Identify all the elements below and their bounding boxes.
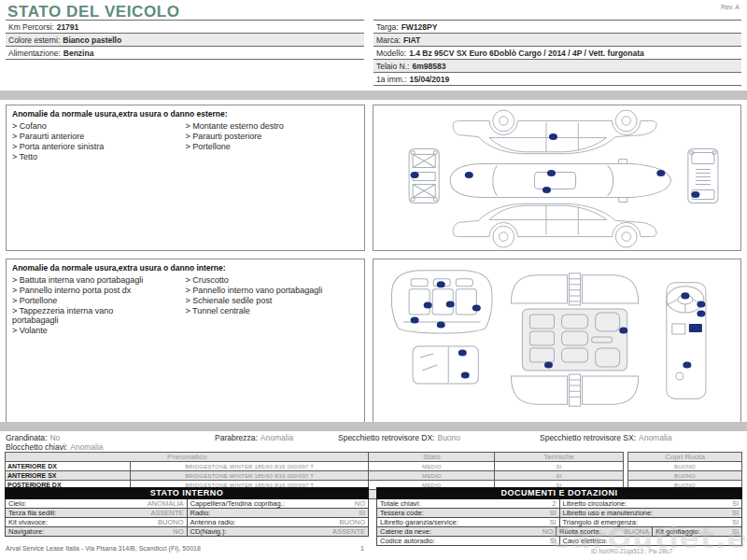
info-label: Targa: [376,22,399,32]
documenti-row: Totale chiavi:2 Libretto circolazione:SI [376,499,742,509]
field-value: ASSENTE [332,527,365,536]
anomaly-item: > Battuta interna vano portabagagli [12,275,152,285]
interior-anomalies-header: Anomalie da normale usura,extra usura o … [12,263,359,273]
stato-interno-row: Terza fila sedili:ASSENTE Radio:SI [5,509,369,518]
copri-ruota-header-row: Copri Ruota [628,453,742,462]
documenti-row: Tessera code:SI Libretto uso e manutenzi… [376,509,742,518]
tyre-position: ANTERIORE SX [6,471,131,481]
field-value: SI [732,509,739,517]
field-label: Totale chiavi: [380,499,420,508]
tyre-col-termiche: Termiche [495,453,624,462]
field-label: Catene da neve: [380,527,431,536]
info-label: 1a imm.: [376,75,407,84]
damage-marker [458,350,467,357]
interior-anomalies-col-left: > Battuta interna vano portabagagli > Pa… [12,275,152,336]
anomaly-item: > Schienale sedile post [186,296,326,305]
anomaly-item: > Volante [12,326,152,335]
info-row-colore: Colore esterni:Bianco pastello [6,34,364,47]
info-label: Km Percorsi: [8,22,54,32]
tyre-row: ANTERIORE DX BRIDGESTONE WINTER 185/60 R… [6,462,624,471]
summary-parabrezza: Parabrezza:Anomalia [215,433,293,442]
stato-interno-table: STATO INTERNO Cielo:ANOMALIA Cappelliera… [5,487,369,537]
damage-marker [446,301,455,307]
summary-value: Anomalia [261,433,293,442]
info-value: 1.4 Bz 95CV SX Euro 6Doblò Cargo / 2014 … [409,49,644,58]
interior-anomalies-lists: > Battuta interna vano portabagagli > Pa… [7,275,364,336]
page-title: STATO DEL VEICOLO [7,3,180,21]
stato-interno-row: Navigatore:NO CD(Navig.):ASSENTE [5,527,369,537]
anomaly-item: > Montante esterno destro [186,121,326,131]
info-row-telaio: Telaio N.:6m98583 [374,60,741,73]
field-label: Tessera code: [380,509,424,517]
interior-damage-diagram-panel [373,259,741,423]
anomaly-item: > Tappezzeria interna vano portabagagli [12,306,152,325]
field-label: Navigatore: [8,527,44,536]
info-value: FW128PY [402,22,438,32]
damage-marker [465,172,473,178]
tyre-description: BRIDGESTONE WINTER 185/60 R16 000/097 T [130,462,369,471]
damage-marker [697,310,705,316]
anomaly-item: > Portellone [12,296,152,305]
summary-specchietto-sx: Specchietto retrovisore SX:Anomalia [540,433,671,442]
field-label: Cielo: [8,499,26,508]
dashboard-view [667,283,706,399]
tyre-termiche: SI [495,471,624,481]
anomaly-item: > Paraurti posteriore [186,132,326,141]
info-value: Bianco pastello [63,35,121,45]
info-value: 15/04/2019 [410,75,450,84]
field-value: NO [355,499,365,508]
anomaly-item: > Tunnel centrale [186,306,326,315]
info-value: 6m98583 [412,62,445,71]
tyre-col-stato: Stato [369,453,495,462]
field-value: ASSENTE [150,509,183,517]
anomaly-item: > Paraurti anteriore [12,132,152,141]
damage-marker [549,133,557,140]
revision-label: Rev. A [721,4,740,10]
damage-marker [691,191,699,198]
summary-grandinata: Grandinata:No [6,433,60,442]
damage-marker [544,362,553,369]
field-label: Cappelliera/Tendina copribag.: [190,499,285,508]
damage-marker [424,301,432,308]
damage-marker [697,301,705,307]
field-value: SI [359,509,365,517]
damage-marker [411,316,419,323]
tyre-stato: MEDIO [369,462,495,471]
tyre-position: ANTERIORE DX [6,462,131,471]
damage-marker [472,304,481,311]
summary-specchietto-dx: Specchietto retrovisore DX:Buono [338,433,460,442]
documenti-title: DOCUMENTI E DOTAZIONI [376,487,742,499]
tyre-table-header-row: Pneumatico Stato Termiche [6,453,624,462]
field-label: CD(Navig.): [190,527,227,536]
damage-marker [461,372,470,379]
exterior-car-diagram [374,105,740,250]
copri-ruota-value: BUONO [628,462,742,471]
field-label: Libretto circolazione: [563,499,627,508]
section-divider-bar [0,91,747,100]
exterior-anomalies-panel: Anomalie da normale usura,extra usura o … [6,105,365,251]
field-label: Codice autoradio: [380,537,435,545]
info-row-modello: Modello:1.4 Bz 95CV SX Euro 6Doblò Cargo… [374,47,741,60]
exterior-damage-diagram-panel [373,105,741,251]
damage-marker [437,281,445,287]
stato-interno-row: Cielo:ANOMALIA Cappelliera/Tendina copri… [5,499,369,509]
info-row-prima-imm: 1a imm.:15/04/2019 [374,73,741,86]
summary-label: Blocchetto chiavi: [6,442,67,452]
field-value: 2 [552,499,556,508]
info-value: 21791 [57,22,79,32]
exterior-anomalies-lists: > Cofano > Paraurti anteriore > Porta an… [7,121,364,162]
field-label: Kit vivavoce: [8,518,48,526]
summary-value: Anomalia [639,433,671,442]
info-row-alimentazione: Alimentazione:Benzina [6,47,364,60]
copri-ruota-row: BUONO [628,471,742,481]
info-label: Modello: [376,49,406,58]
info-row-km: Km Percorsi:21791 [6,21,364,34]
damage-marker [437,321,445,328]
anomaly-item: > Cruscotto [186,275,326,285]
info-row-marca: Marca:FIAT [374,34,741,47]
footer-address: Arval Service Lease Italia - Via Pisana … [6,545,201,552]
anomaly-item: > Tetto [12,152,152,161]
page-number: 1 [360,545,364,552]
tyre-row: ANTERIORE SX BRIDGESTONE WINTER 185/60 R… [6,471,624,481]
section-divider-bar [0,422,747,431]
